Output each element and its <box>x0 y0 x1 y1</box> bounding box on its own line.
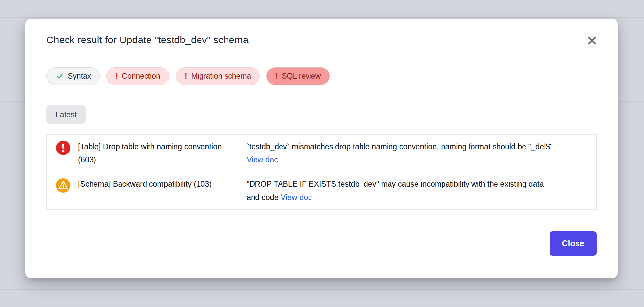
badge-connection[interactable]: ! Connection <box>106 67 169 85</box>
title-divider <box>46 55 597 55</box>
issue-rule-cell: [Schema] Backward compatibility (103) <box>47 178 247 204</box>
issue-rule-text: [Table] Drop table with naming conventio… <box>78 140 230 166</box>
background-table-line <box>0 289 644 290</box>
close-icon[interactable] <box>585 34 599 47</box>
background-table-line <box>0 17 644 18</box>
table-row: [Table] Drop table with naming conventio… <box>47 135 596 172</box>
exclamation-icon: ! <box>185 72 187 80</box>
exclamation-icon: ! <box>275 72 278 80</box>
dialog-title: Check result for Update "testdb_dev" sch… <box>46 33 597 47</box>
badge-sql-review[interactable]: ! SQL review <box>266 67 330 85</box>
dialog-footer: Close <box>46 231 597 256</box>
version-chip-latest: Latest <box>46 105 86 124</box>
exclamation-icon: ! <box>115 72 118 80</box>
badge-label: SQL review <box>282 72 321 81</box>
warning-icon <box>56 178 70 193</box>
issue-rule-cell: [Table] Drop table with naming conventio… <box>47 140 247 166</box>
view-doc-link[interactable]: View doc <box>247 155 278 164</box>
table-row: [Schema] Backward compatibility (103) "D… <box>47 172 596 209</box>
close-button[interactable]: Close <box>550 231 597 256</box>
check-status-badges: Syntax ! Connection ! Migration schema !… <box>46 67 597 85</box>
badge-label: Syntax <box>68 72 91 81</box>
issue-rule-text: [Schema] Backward compatibility (103) <box>78 178 230 204</box>
badge-label: Connection <box>122 72 160 81</box>
error-icon <box>56 141 70 155</box>
badge-syntax[interactable]: Syntax <box>46 67 100 85</box>
issue-detail-cell: "DROP TABLE IF EXISTS testdb_dev" may ca… <box>247 178 596 204</box>
issue-detail-cell: `testdb_dev` mismatches drop table namin… <box>247 140 596 166</box>
view-doc-link[interactable]: View doc <box>281 193 312 202</box>
badge-migration-schema[interactable]: ! Migration schema <box>176 67 260 85</box>
sql-review-issues-table: [Table] Drop table with naming conventio… <box>46 134 597 210</box>
badge-label: Migration schema <box>191 72 251 81</box>
check-icon <box>55 72 64 80</box>
check-result-dialog: Check result for Update "testdb_dev" sch… <box>25 19 618 278</box>
issue-detail-text: `testdb_dev` mismatches drop table namin… <box>247 142 553 151</box>
